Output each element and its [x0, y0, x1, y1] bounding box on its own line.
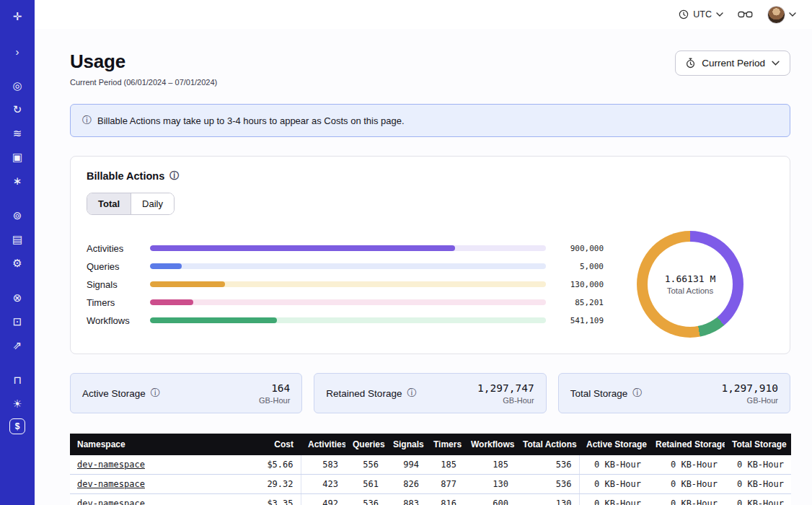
glasses-icon[interactable] — [738, 10, 753, 19]
layers-icon[interactable]: ≋ — [6, 124, 28, 143]
cell-active-storage: 0 KB-Hour — [579, 494, 648, 505]
billing-icon[interactable]: ▤ — [6, 230, 28, 249]
namespace-link[interactable]: dev-namespace — [77, 460, 145, 470]
chevron-down-icon — [789, 12, 796, 17]
stopwatch-icon — [686, 58, 695, 69]
total-daily-tabs: Total Daily — [87, 193, 175, 215]
info-icon[interactable]: ⓘ — [169, 170, 179, 183]
pricing-icon[interactable]: $ — [9, 418, 25, 434]
bar-track — [150, 245, 546, 251]
donut-center: 1.66131 M Total Actions — [648, 242, 733, 327]
namespaces-icon[interactable]: ◎ — [6, 76, 28, 95]
tab-daily[interactable]: Daily — [131, 193, 174, 214]
getting-started-icon[interactable]: ⇗ — [6, 336, 28, 355]
bar-label: Signals — [87, 279, 140, 290]
settings-icon[interactable]: ⚙ — [6, 254, 28, 273]
temporal-logo-icon[interactable]: ✛ — [6, 7, 28, 26]
cell-workflows: 600 — [464, 494, 516, 505]
theme-icon[interactable]: ☀ — [6, 395, 28, 413]
cell-timers: 816 — [426, 494, 464, 505]
bar-row-activities: Activities 900,000 — [87, 240, 604, 258]
retained-storage-card: Retained Storage ⓘ 1,297,747 GB-Hour — [314, 373, 546, 413]
cell-retained-storage: 0 KB-Hour — [648, 455, 725, 475]
period-selector-button[interactable]: Current Period — [675, 50, 790, 76]
cell-queries: 536 — [345, 494, 386, 505]
banner-text: Billable Actions may take up to 3-4 hour… — [97, 115, 405, 126]
bar-value: 85,201 — [556, 298, 604, 307]
col-total-actions: Total Actions — [516, 434, 579, 455]
col-queries: Queries — [345, 434, 386, 455]
main-area: UTC Usage Current Period (06/01/2024 – 0… — [35, 0, 812, 505]
cell-activities: 423 — [301, 475, 345, 494]
table-row: dev-namespace $5.66 583 556 994 185 185 … — [70, 455, 791, 475]
retained-storage-value: 1,297,747 — [477, 382, 534, 394]
donut-total-label: Total Actions — [667, 286, 714, 295]
clock-icon — [679, 9, 689, 19]
namespace-usage-table: Namespace Cost Activities Queries Signal… — [70, 434, 791, 505]
bar-row-signals: Signals 130,000 — [87, 276, 604, 294]
col-activities: Activities — [301, 434, 345, 455]
active-storage-card: Active Storage ⓘ 164 GB-Hour — [70, 373, 302, 413]
page-subtitle: Current Period (06/01/2024 – 07/01/2024) — [70, 78, 217, 87]
bar-row-workflows: Workflows 541,109 — [87, 312, 604, 330]
page-header: Usage Current Period (06/01/2024 – 07/01… — [70, 50, 790, 87]
namespace-link[interactable]: dev-namespace — [77, 479, 145, 489]
cell-active-storage: 0 KB-Hour — [579, 475, 648, 494]
deployments-icon[interactable]: ▣ — [6, 148, 28, 167]
bar-track — [150, 281, 546, 287]
bar-fill — [150, 299, 193, 305]
bar-track — [150, 299, 546, 305]
cell-activities: 492 — [301, 494, 345, 505]
chevron-down-icon — [716, 12, 723, 17]
total-storage-value: 1,297,910 — [721, 382, 778, 394]
billable-actions-title: Billable Actions — [87, 170, 164, 182]
chevron-down-icon — [772, 61, 780, 66]
total-storage-label: Total Storage — [570, 388, 628, 399]
page-title: Usage — [70, 50, 217, 73]
col-workflows: Workflows — [464, 434, 516, 455]
cell-signals: 826 — [386, 475, 426, 494]
retained-storage-unit: GB-Hour — [477, 396, 534, 405]
cell-cost: 29.32 — [249, 475, 301, 494]
tab-total[interactable]: Total — [87, 193, 131, 214]
cell-workflows: 185 — [464, 455, 516, 475]
support-icon[interactable]: ⊗ — [6, 289, 28, 307]
retained-storage-label: Retained Storage — [326, 388, 402, 399]
cell-total-storage: 0 KB-Hour — [725, 455, 791, 475]
cell-total-actions: 536 — [516, 455, 579, 475]
cell-signals: 994 — [386, 455, 426, 475]
cell-activities: 583 — [301, 455, 345, 475]
col-cost: Cost — [249, 434, 301, 455]
info-icon[interactable]: ⓘ — [632, 387, 642, 400]
bar-value: 900,000 — [556, 244, 604, 253]
namespace-link[interactable]: dev-namespace — [77, 499, 145, 505]
content: Usage Current Period (06/01/2024 – 07/01… — [35, 29, 812, 505]
cell-total-actions: 130 — [516, 494, 579, 505]
nexus-icon[interactable]: ∗ — [6, 172, 28, 190]
cell-timers: 877 — [426, 475, 464, 494]
collapse-chevron-icon[interactable]: › — [6, 42, 28, 61]
info-icon[interactable]: ⓘ — [82, 114, 92, 127]
total-storage-card: Total Storage ⓘ 1,297,910 GB-Hour — [558, 373, 790, 413]
info-icon[interactable]: ⓘ — [151, 387, 160, 400]
docs-icon[interactable]: ⊡ — [6, 312, 28, 331]
bar-label: Workflows — [87, 315, 140, 326]
donut-total-value: 1.66131 M — [665, 273, 715, 284]
info-icon[interactable]: ⓘ — [407, 387, 416, 400]
schedules-icon[interactable]: ↻ — [6, 100, 28, 119]
bar-value: 541,109 — [556, 316, 604, 325]
billable-actions-card: Billable Actions ⓘ Total Daily Activitie… — [70, 156, 790, 354]
bar-value: 130,000 — [556, 280, 604, 289]
bar-value: 5,000 — [556, 262, 604, 271]
storage-summary-row: Active Storage ⓘ 164 GB-Hour Retained St… — [70, 373, 790, 413]
bar-label: Activities — [87, 243, 140, 254]
timezone-dropdown[interactable]: UTC — [679, 9, 723, 19]
col-signals: Signals — [386, 434, 426, 455]
cell-cost: $3.35 — [249, 494, 301, 505]
user-menu[interactable] — [767, 6, 796, 24]
labs-icon[interactable]: ⊓ — [6, 371, 28, 390]
total-actions-donut: 1.66131 M Total Actions — [637, 231, 743, 338]
usage-icon[interactable]: ⊚ — [6, 206, 28, 225]
bar-track — [150, 263, 546, 269]
bar-fill — [150, 263, 182, 269]
